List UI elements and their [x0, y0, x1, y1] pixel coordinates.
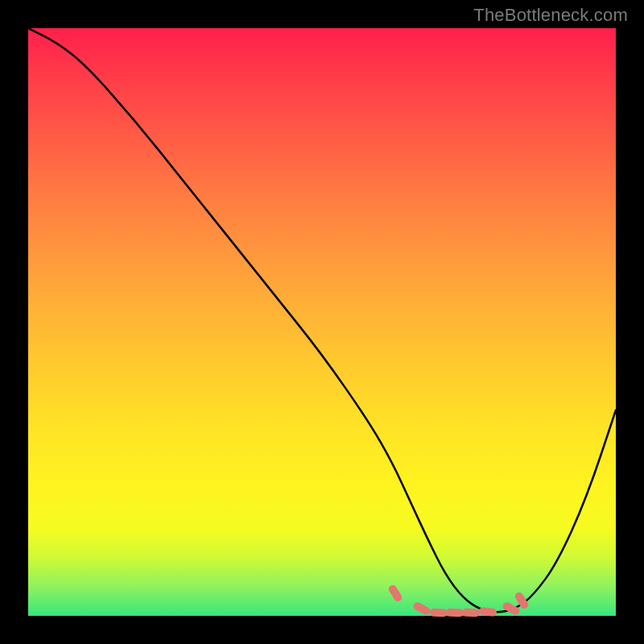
chart-marker	[478, 607, 497, 617]
chart-frame: TheBottleneck.com	[0, 0, 644, 644]
chart-marker	[446, 609, 464, 617]
chart-marker	[429, 608, 447, 617]
chart-marker	[412, 601, 431, 617]
attribution-text: TheBottleneck.com	[473, 5, 628, 26]
chart-marker	[387, 584, 403, 603]
chart-marker	[462, 609, 480, 617]
marker-layer	[28, 28, 616, 616]
plot-area	[28, 28, 616, 616]
